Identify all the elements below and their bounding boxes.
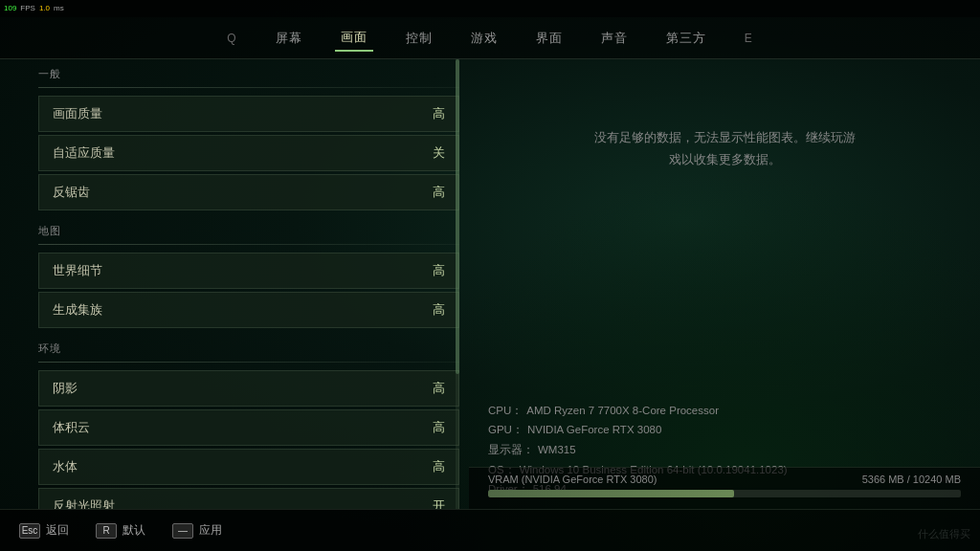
setting-row-shadow[interactable]: 阴影 高	[38, 370, 459, 407]
setting-name-shadow: 阴影	[53, 380, 78, 397]
setting-value-adaptive-quality: 关	[433, 144, 445, 162]
setting-row-reflection[interactable]: 反射光照射 开	[38, 488, 459, 509]
sys-info-cpu: CPU： AMD Ryzen 7 7700X 8-Core Processor	[488, 401, 961, 421]
vram-bar-background	[488, 490, 961, 497]
setting-value-world-detail: 高	[433, 262, 445, 279]
setting-row-image-quality[interactable]: 画面质量 高	[38, 96, 459, 132]
divider-general	[38, 87, 459, 88]
setting-value-shadow: 高	[433, 380, 445, 397]
setting-row-world-detail[interactable]: 世界细节 高	[38, 253, 459, 289]
section-label-env: 环境	[38, 342, 459, 356]
setting-name-spawn-cluster: 生成集族	[53, 301, 102, 319]
vram-bar-fill	[488, 490, 734, 497]
setting-row-adaptive-quality[interactable]: 自适应质量 关	[38, 135, 459, 171]
nav-item-e[interactable]: E	[739, 28, 759, 49]
divider-map	[38, 244, 459, 245]
gpu-label: GPU：	[488, 420, 523, 440]
vram-label-row: VRAM (NVIDIA GeForce RTX 3080) 5366 MB /…	[488, 474, 961, 485]
setting-value-water: 高	[433, 458, 445, 475]
section-label-general: 一般	[38, 67, 459, 81]
nav-item-game[interactable]: 游戏	[465, 26, 503, 51]
r-key: R	[96, 523, 117, 539]
setting-row-volumetric-cloud[interactable]: 体积云 高	[38, 409, 459, 446]
setting-name-water: 水体	[53, 458, 78, 475]
divider-env	[38, 362, 459, 363]
setting-row-water[interactable]: 水体 高	[38, 449, 459, 485]
setting-name-reflection: 反射光照射	[53, 497, 115, 509]
setting-name-volumetric-cloud: 体积云	[53, 419, 90, 436]
back-label: 返回	[46, 522, 69, 539]
default-button[interactable]: R 默认	[96, 522, 145, 539]
nav-item-ui[interactable]: 界面	[530, 26, 568, 51]
settings-panel: 一般 画面质量 高 自适应质量 关 反锯齿 高 地图 世界细节 高 生成集族 高…	[38, 59, 459, 509]
nav-item-q[interactable]: Q	[221, 28, 242, 49]
ms-label: ms	[54, 5, 64, 12]
setting-row-anti-aliasing[interactable]: 反锯齿 高	[38, 174, 459, 210]
back-button[interactable]: Esc 返回	[19, 522, 69, 539]
nav-item-screen[interactable]: 屏幕	[270, 26, 308, 51]
monitor-label: 显示器：	[488, 440, 534, 460]
setting-name-adaptive-quality: 自适应质量	[53, 144, 115, 162]
setting-value-image-quality: 高	[433, 105, 445, 122]
default-label: 默认	[122, 522, 145, 539]
apply-button[interactable]: — 应用	[172, 522, 222, 539]
ms-stat: 1.0	[39, 5, 50, 12]
right-panel: 没有足够的数据，无法显示性能图表。继续玩游戏以收集更多数据。 CPU： AMD …	[469, 59, 980, 509]
setting-value-volumetric-cloud: 高	[433, 419, 445, 436]
setting-value-anti-aliasing: 高	[433, 184, 445, 201]
no-data-text: 没有足够的数据，无法显示性能图表。继续玩游戏以收集更多数据。	[590, 126, 858, 171]
vram-usage: 5366 MB / 10240 MB	[862, 474, 961, 485]
setting-name-image-quality: 画面质量	[53, 105, 102, 122]
scroll-track[interactable]	[456, 59, 459, 509]
monitor-value: WM315	[538, 440, 576, 460]
fps-label: FPS	[20, 5, 35, 12]
nav-item-graphics[interactable]: 画面	[335, 25, 373, 52]
top-stats-bar: 109 FPS 1.0 ms	[0, 0, 980, 17]
bottom-bar: Esc 返回 R 默认 — 应用	[0, 509, 980, 551]
setting-value-reflection: 开	[433, 497, 445, 509]
vram-section: VRAM (NVIDIA GeForce RTX 3080) 5366 MB /…	[469, 467, 980, 509]
dash-key: —	[172, 523, 193, 539]
cpu-value: AMD Ryzen 7 7700X 8-Core Processor	[526, 401, 719, 421]
cpu-label: CPU：	[488, 401, 523, 421]
section-label-map: 地图	[38, 224, 459, 238]
apply-label: 应用	[199, 522, 222, 539]
fps-stat: 109	[4, 5, 16, 12]
setting-row-spawn-cluster[interactable]: 生成集族 高	[38, 292, 459, 328]
nav-item-third-party[interactable]: 第三方	[660, 26, 712, 51]
scroll-thumb[interactable]	[456, 59, 459, 374]
setting-name-world-detail: 世界细节	[53, 262, 102, 279]
setting-value-spawn-cluster: 高	[433, 301, 445, 319]
nav-item-control[interactable]: 控制	[400, 26, 438, 51]
sys-info-gpu: GPU： NVIDIA GeForce RTX 3080	[488, 420, 961, 440]
watermark: 什么值得买	[918, 527, 970, 541]
esc-key: Esc	[19, 523, 40, 539]
nav-item-audio[interactable]: 声音	[595, 26, 634, 51]
sys-info-monitor: 显示器： WM315	[488, 440, 961, 460]
vram-label: VRAM (NVIDIA GeForce RTX 3080)	[488, 474, 657, 485]
gpu-value: NVIDIA GeForce RTX 3080	[527, 420, 661, 440]
setting-name-anti-aliasing: 反锯齿	[53, 184, 90, 201]
nav-bar: Q 屏幕 画面 控制 游戏 界面 声音 第三方 E	[0, 17, 980, 59]
